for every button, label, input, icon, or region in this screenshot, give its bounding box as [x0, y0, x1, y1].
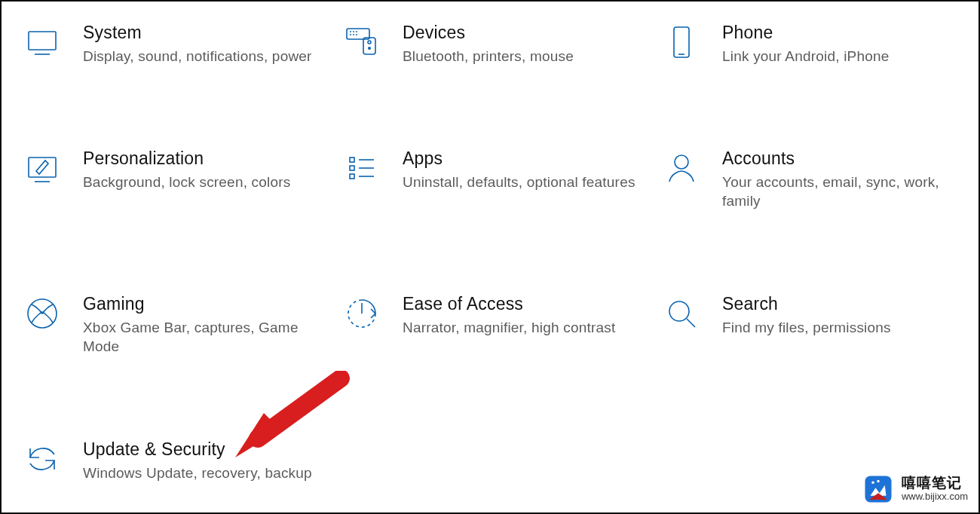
category-title: Gaming [83, 294, 327, 315]
search-icon [662, 294, 701, 333]
category-desc: Find my files, permissions [722, 318, 963, 338]
category-desc: Background, lock screen, colors [83, 173, 324, 192]
category-title: Apps [403, 148, 647, 170]
watermark-logo-icon [862, 473, 894, 505]
apps-list-icon [342, 148, 381, 188]
svg-point-32 [877, 480, 880, 483]
svg-rect-19 [350, 166, 354, 170]
category-title: Search [722, 294, 966, 315]
category-personalization[interactable]: Personalization Background, lock screen,… [23, 148, 327, 211]
svg-rect-15 [29, 158, 56, 177]
watermark: 嘻嘻笔记 www.bijixx.com [862, 473, 968, 505]
category-desc: Windows Update, recovery, backup [83, 464, 324, 483]
svg-rect-13 [674, 27, 689, 57]
category-title: Update & Security [83, 439, 327, 460]
category-desc: Bluetooth, printers, mouse [403, 47, 644, 66]
category-devices[interactable]: Devices Bluetooth, printers, mouse [342, 23, 647, 66]
category-title: Personalization [83, 148, 327, 170]
svg-point-23 [675, 155, 688, 169]
category-search[interactable]: Search Find my files, permissions [662, 294, 966, 356]
category-title: Ease of Access [403, 294, 647, 315]
svg-rect-0 [29, 32, 56, 50]
xbox-icon [23, 294, 62, 333]
category-apps[interactable]: Apps Uninstall, defaults, optional featu… [342, 148, 647, 211]
phone-icon [662, 23, 701, 62]
svg-point-12 [369, 47, 370, 49]
monitor-icon [23, 23, 62, 62]
category-desc: Narrator, magnifier, high contrast [403, 318, 644, 338]
category-title: System [83, 23, 327, 44]
category-title: Phone [722, 23, 966, 44]
svg-point-31 [871, 482, 874, 485]
category-desc: Xbox Game Bar, captures, Game Mode [83, 318, 324, 356]
category-system[interactable]: System Display, sound, notifications, po… [23, 23, 327, 66]
category-update-security[interactable]: Update & Security Windows Update, recove… [23, 439, 327, 482]
category-title: Devices [403, 23, 647, 44]
category-desc: Link your Android, iPhone [722, 47, 963, 66]
ease-access-icon [342, 294, 381, 333]
sync-icon [23, 439, 62, 479]
category-desc: Uninstall, defaults, optional features [403, 173, 644, 192]
svg-rect-17 [350, 158, 354, 162]
svg-point-11 [368, 41, 371, 44]
svg-point-26 [669, 301, 689, 321]
person-icon [662, 148, 701, 188]
svg-rect-21 [350, 174, 354, 179]
category-title: Accounts [722, 148, 966, 170]
watermark-title: 嘻嘻笔记 [902, 476, 968, 491]
watermark-url: www.bijixx.com [902, 491, 968, 502]
category-gaming[interactable]: Gaming Xbox Game Bar, captures, Game Mod… [23, 294, 327, 356]
category-accounts[interactable]: Accounts Your accounts, email, sync, wor… [662, 148, 966, 211]
category-ease-of-access[interactable]: Ease of Access Narrator, magnifier, high… [342, 294, 647, 356]
devices-icon [342, 23, 381, 62]
personalize-icon [23, 148, 62, 188]
svg-line-27 [687, 319, 695, 327]
category-desc: Your accounts, email, sync, work, family [722, 173, 963, 211]
category-desc: Display, sound, notifications, power [83, 47, 324, 66]
settings-categories-grid: System Display, sound, notifications, po… [2, 2, 978, 503]
category-phone[interactable]: Phone Link your Android, iPhone [662, 23, 966, 66]
